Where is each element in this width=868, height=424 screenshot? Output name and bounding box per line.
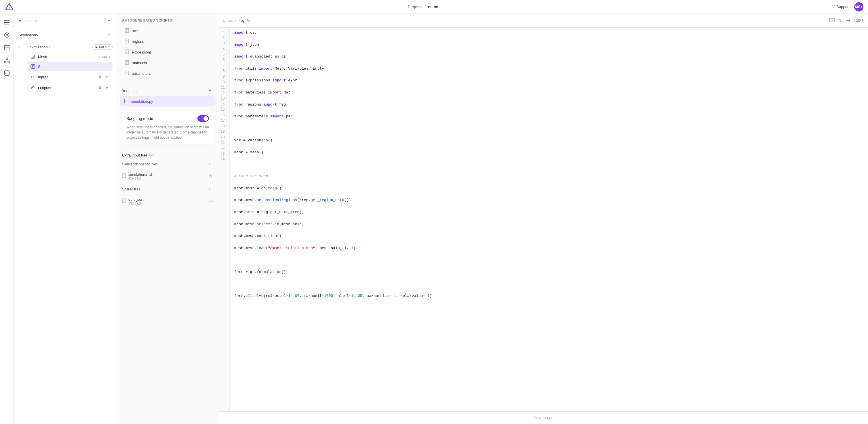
code-editor[interactable]: 12345 678910 1112131415 1617181920 21222… bbox=[218, 28, 868, 411]
msh-file-name: simulation.msh bbox=[128, 172, 206, 176]
simulation-box-icon bbox=[22, 44, 28, 50]
main-layout: Meshes · 0 + Simulations · 1 + ▾ Simula bbox=[0, 14, 868, 424]
logo[interactable] bbox=[5, 2, 14, 11]
svg-point-11 bbox=[6, 58, 8, 60]
add-script-button[interactable]: + bbox=[206, 87, 213, 94]
script-sub-item[interactable]: Script › bbox=[28, 62, 113, 71]
script-file-icon-materials bbox=[125, 60, 129, 66]
simulation-name: Simulation 1 bbox=[30, 45, 90, 49]
inputs-sub-item[interactable]: Inputs · 0 + bbox=[28, 72, 113, 82]
mesh-status: not set bbox=[96, 55, 107, 59]
inputs-label: Inputs bbox=[38, 75, 95, 79]
help-circle-icon: ? bbox=[832, 4, 835, 9]
icon-sidebar bbox=[0, 14, 14, 424]
script-file-icon-regions bbox=[125, 39, 129, 44]
autogenerated-script-regions[interactable]: regions bbox=[122, 36, 213, 46]
svg-rect-58 bbox=[122, 199, 126, 203]
autogenerated-script-expressions[interactable]: expressions bbox=[122, 47, 213, 57]
add-mesh-button[interactable]: + bbox=[105, 17, 113, 24]
svg-line-14 bbox=[5, 60, 7, 61]
extra-input-files-section: Extra input files ? Simulation specific … bbox=[117, 149, 218, 211]
help-icon[interactable]: ? bbox=[149, 153, 154, 157]
code-content[interactable]: import csv import json import quanscient… bbox=[230, 28, 868, 411]
autogenerated-scripts-section: Autogenerated scripts utils regions expr… bbox=[117, 14, 218, 84]
svg-point-12 bbox=[4, 61, 6, 63]
autogenerated-script-materials[interactable]: materials bbox=[122, 58, 213, 68]
keyboard-icon[interactable] bbox=[829, 18, 835, 23]
simulation-msh-file: simulation.msh 419.2 kB 🗑 bbox=[122, 170, 213, 183]
simulation-header: ▾ Simulation 1 ▶ Not run bbox=[19, 42, 113, 52]
scripting-mode-section: Scripting mode When scripting is enabled… bbox=[122, 111, 213, 144]
font-increase-button[interactable]: A+ bbox=[845, 19, 850, 23]
results-icon-button[interactable] bbox=[2, 68, 12, 78]
file-icon-msh bbox=[122, 173, 126, 179]
scripting-mode-header: Scripting mode bbox=[126, 116, 209, 122]
add-output-button[interactable]: + bbox=[103, 84, 110, 91]
svg-rect-23 bbox=[32, 56, 34, 58]
your-scripts-label: Your scripts bbox=[122, 89, 141, 93]
avatar-initials: MS bbox=[855, 5, 860, 9]
topbar-right: ? Support MS ▾ bbox=[832, 2, 863, 11]
simulation-item: ▾ Simulation 1 ▶ Not run Mesh bbox=[14, 42, 117, 94]
msh-file-size: 419.2 kB bbox=[128, 176, 206, 180]
hamburger-button[interactable] bbox=[2, 17, 12, 28]
inputs-icon bbox=[30, 74, 36, 80]
mesh-sub-item[interactable]: Mesh not set › bbox=[28, 52, 113, 61]
code-panel: simulation.py ↻ A- A+ 100% 12345 678910 … bbox=[218, 14, 868, 424]
left-panel: Meshes · 0 + Simulations · 1 + ▾ Simula bbox=[14, 14, 117, 424]
play-icon: ▶ bbox=[96, 45, 98, 49]
scripting-mode-title: Scripting mode bbox=[126, 116, 153, 121]
autogenerated-scripts-title: Autogenerated scripts bbox=[122, 19, 213, 23]
code-file-tab: simulation.py bbox=[223, 19, 245, 23]
active-script-label: simulation.py bbox=[131, 99, 153, 103]
mesh-icon-button[interactable] bbox=[2, 42, 12, 53]
geometry-icon-button[interactable] bbox=[2, 30, 12, 40]
breadcrumb: Projects / demo bbox=[408, 5, 438, 9]
svg-point-7 bbox=[6, 34, 8, 36]
json-file-name: defs.json bbox=[128, 197, 207, 202]
svg-point-6 bbox=[5, 33, 9, 37]
add-shared-file-button[interactable]: + bbox=[206, 186, 213, 193]
font-decrease-button[interactable]: A- bbox=[838, 19, 842, 23]
script-label: Script bbox=[38, 64, 107, 69]
autogenerated-script-parameters[interactable]: parameters bbox=[122, 68, 213, 78]
avatar[interactable]: MS ▾ bbox=[854, 2, 863, 11]
expressions-script-label: expressions bbox=[132, 50, 152, 54]
scripting-mode-toggle[interactable] bbox=[197, 116, 209, 122]
defs-json-file: defs.json 132.6 kB ⊗ bbox=[122, 195, 213, 207]
parameters-script-label: parameters bbox=[132, 71, 151, 76]
svg-point-13 bbox=[8, 61, 9, 63]
code-footer: Save script bbox=[218, 411, 868, 424]
refresh-icon[interactable]: ↻ bbox=[247, 19, 250, 23]
code-toolbar-left: simulation.py ↻ bbox=[223, 19, 250, 23]
add-input-button[interactable]: + bbox=[103, 73, 110, 80]
script-file-icon-parameters bbox=[125, 71, 129, 76]
script-icon bbox=[30, 64, 36, 69]
svg-rect-57 bbox=[122, 174, 126, 178]
svg-rect-59 bbox=[830, 19, 835, 22]
outputs-sub-item[interactable]: Outputs · 0 + bbox=[28, 83, 113, 93]
scripting-mode-description: When scripting is enabled, the simulatio… bbox=[126, 125, 209, 140]
simulations-label: Simulations · 1 bbox=[19, 33, 43, 37]
support-button[interactable]: ? Support bbox=[832, 4, 849, 9]
sim-specific-files-title: Simulation specific files bbox=[122, 162, 158, 166]
shared-files-title: Shared files bbox=[122, 187, 140, 191]
add-simulation-button[interactable]: + bbox=[105, 31, 113, 38]
active-script-icon bbox=[124, 99, 128, 104]
add-sim-file-button[interactable]: + bbox=[206, 161, 213, 168]
run-badge[interactable]: ▶ Not run bbox=[92, 44, 113, 50]
autogenerated-script-utils[interactable]: utils bbox=[122, 26, 213, 36]
active-script-item[interactable]: simulation.py bbox=[120, 96, 216, 106]
code-toolbar: simulation.py ↻ A- A+ 100% bbox=[218, 14, 868, 28]
delete-msh-file-button[interactable]: 🗑 bbox=[209, 174, 213, 179]
json-file-size: 132.6 kB bbox=[128, 202, 207, 205]
simulation-icon-button[interactable] bbox=[2, 55, 12, 66]
svg-rect-22 bbox=[31, 55, 34, 58]
save-script-button[interactable]: Save script bbox=[534, 416, 552, 420]
utils-script-label: utils bbox=[132, 29, 138, 33]
simulation-chevron-icon[interactable]: ▾ bbox=[19, 45, 20, 48]
script-file-icon-utils bbox=[125, 28, 129, 34]
remove-json-file-button[interactable]: ⊗ bbox=[209, 198, 213, 204]
script-file-icon-expressions bbox=[125, 50, 129, 55]
projects-link[interactable]: Projects bbox=[408, 5, 423, 9]
